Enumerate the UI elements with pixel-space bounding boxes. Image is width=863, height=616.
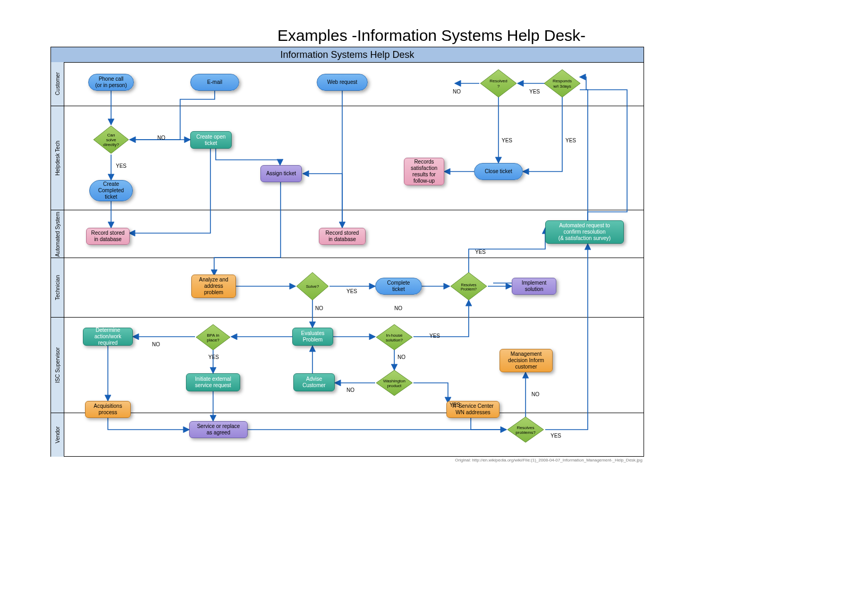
- svg-text:?: ?: [497, 84, 500, 89]
- node-advise: AdviseCustomer: [293, 373, 335, 391]
- node-assign-ticket: Assign ticket: [260, 165, 302, 182]
- svg-text:place?: place?: [207, 338, 219, 343]
- node-solve-decision: Solve?: [295, 271, 329, 301]
- node-record-stored-2: Record storedin database: [319, 228, 366, 245]
- connectors: [51, 47, 644, 456]
- edge-label-no: NO: [346, 387, 354, 393]
- svg-marker-3: [544, 70, 580, 97]
- lane-separator: [51, 413, 644, 413]
- node-service-replace: Service or replaceas agreed: [189, 421, 248, 438]
- swimlane-frame: Information Systems Help Desk Customer H…: [50, 47, 644, 457]
- node-determine: Determineaction/workrequired: [83, 328, 133, 346]
- lane-head-helpdesk: Helpdesk Tech: [51, 106, 64, 210]
- svg-text:Solve?: Solve?: [306, 284, 319, 289]
- edge-label-yes: YES: [529, 89, 540, 95]
- node-automated-request: Automated request toconfirm resolution(&…: [545, 220, 624, 244]
- node-analyze: Analyze andaddressproblem: [191, 275, 236, 298]
- lane-head-isc: ISC Supervisor: [51, 317, 64, 413]
- edge-label-no: NO: [152, 341, 160, 347]
- edge-label-yes: YES: [565, 138, 576, 143]
- edge-label-no: NO: [397, 354, 405, 360]
- edge-label-no: NO: [157, 135, 165, 141]
- frame-title: Information Systems Help Desk: [51, 47, 644, 63]
- node-can-solve-decision: Cansolvedirectly?: [92, 125, 130, 155]
- svg-text:Resolves: Resolves: [517, 425, 535, 430]
- node-inhouse-decision: In-housesolution?: [375, 323, 413, 351]
- edge-label-yes: YES: [208, 354, 219, 360]
- lane-separator: [51, 106, 644, 106]
- edge-label-yes: YES: [502, 138, 512, 143]
- edge-label-no: NO: [453, 89, 461, 95]
- edge-label-no: NO: [315, 305, 323, 311]
- lane-separator: [51, 210, 644, 210]
- node-implement: Implementsolution: [512, 278, 556, 295]
- svg-text:Can: Can: [107, 133, 115, 138]
- svg-text:solve: solve: [106, 138, 116, 142]
- node-complete-ticket: Completeticket: [375, 278, 422, 295]
- svg-text:BPA in: BPA in: [207, 333, 219, 338]
- node-mgmt-decision: Managementdecision Informcustomer: [500, 349, 553, 372]
- page-title: Examples -Information Systems Help Desk-: [0, 27, 863, 45]
- lane-head-automated: Automated System: [51, 210, 64, 258]
- node-evaluates: EvaluatesProblem: [292, 328, 333, 346]
- edge-label-yes: YES: [116, 163, 126, 169]
- node-washington-decision: Washingtonproduct: [375, 369, 413, 397]
- edge-label-yes: YES: [346, 288, 357, 294]
- node-record-stored-1: Record storedin database: [86, 228, 130, 245]
- node-create-open: Create openticket: [190, 131, 232, 149]
- edge-label-yes: YES: [429, 333, 440, 339]
- lane-head-technician: Technician: [51, 258, 64, 318]
- edge-label-no: NO: [531, 391, 539, 397]
- node-email: E-mail: [190, 74, 239, 91]
- node-bpa-decision: BPA inplace?: [195, 323, 231, 351]
- edge-label-yes: YES: [551, 433, 561, 439]
- svg-text:product: product: [387, 383, 402, 388]
- node-close-ticket: Close ticket: [474, 163, 523, 180]
- node-web-request: Web request: [317, 74, 368, 91]
- lane-separator: [51, 317, 644, 318]
- svg-text:solution?: solution?: [386, 338, 403, 343]
- svg-text:Resolved: Resolved: [489, 79, 507, 83]
- diagram-page: Examples -Information Systems Help Desk-…: [0, 0, 863, 616]
- svg-text:Washington: Washington: [383, 379, 405, 383]
- node-resolves-problems-decision: Resolvesproblems?: [506, 416, 545, 443]
- svg-text:Resolves: Resolves: [461, 283, 477, 287]
- edge-label-yes: YES: [450, 402, 460, 408]
- node-records-satisfaction: Recordssatisfactionresults forfollow-up: [404, 158, 444, 185]
- node-resolves-problem-decision: ResolvesProblem?: [450, 271, 488, 301]
- node-acquisitions: Acquisitionsprocess: [85, 401, 131, 418]
- svg-text:Responds: Responds: [553, 79, 572, 83]
- edge-label-yes: YES: [475, 249, 486, 255]
- edge-label-no: NO: [394, 305, 402, 311]
- attribution-text: Original: http://en.wikipedia.org/wiki/F…: [455, 458, 642, 463]
- svg-text:directly?: directly?: [103, 142, 119, 147]
- node-responds-decision: Respondsw/i 3days: [543, 69, 581, 98]
- lane-head-vendor: Vendor: [51, 413, 64, 457]
- node-resolved-decision: Resolved?: [479, 69, 518, 98]
- svg-text:w/i 3days: w/i 3days: [553, 84, 571, 89]
- node-phone-call: Phone call(or in person): [88, 74, 134, 91]
- lane-head-customer: Customer: [51, 62, 64, 106]
- lane-separator: [51, 258, 644, 258]
- node-initiate: Initiate externalservice request: [186, 373, 240, 391]
- svg-marker-0: [480, 70, 517, 97]
- svg-text:Problem?: Problem?: [461, 287, 477, 291]
- svg-text:problems?: problems?: [515, 430, 536, 435]
- svg-text:In-house: In-house: [386, 333, 403, 338]
- node-create-completed: CreateCompletedticket: [89, 180, 133, 201]
